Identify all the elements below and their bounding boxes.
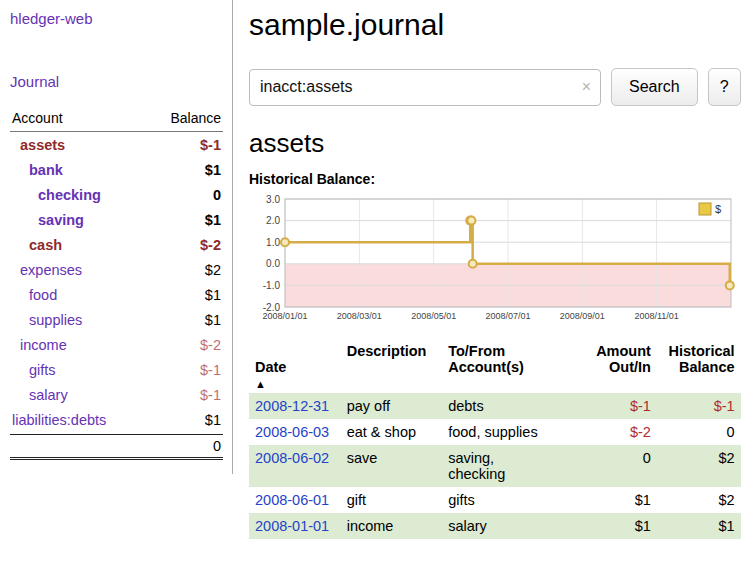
accounts-panel: Account Balance assets $-1 bank $1 check… [10, 106, 223, 460]
table-header-row: Date ▲ Description To/From Account(s) Am… [249, 341, 741, 393]
search-box: × [249, 69, 601, 106]
transaction-description: pay off [341, 393, 442, 419]
help-button[interactable]: ? [708, 68, 741, 106]
account-link-cash[interactable]: cash [12, 237, 62, 253]
account-link-gifts[interactable]: gifts [12, 362, 56, 378]
account-link-saving[interactable]: saving [12, 212, 84, 228]
account-row: saving $1 [10, 207, 223, 232]
transaction-amount: $1 [579, 487, 656, 513]
account-link-salary[interactable]: salary [12, 387, 68, 403]
svg-text:2008/11/01: 2008/11/01 [634, 311, 678, 321]
table-row: 2008-01-01 income salary $1 $1 [249, 513, 741, 539]
account-balance: $-1 [200, 387, 221, 403]
transaction-date-link[interactable]: 2008-06-01 [255, 492, 329, 508]
account-link-expenses[interactable]: expenses [12, 262, 82, 278]
svg-text:-1.0: -1.0 [263, 280, 281, 291]
col-header-balance: Historical Balance [657, 341, 741, 393]
historical-balance-chart[interactable]: 2008/01/012008/03/012008/05/012008/07/01… [249, 193, 741, 327]
svg-text:2008/03/01: 2008/03/01 [337, 311, 382, 321]
svg-text:2008/05/01: 2008/05/01 [411, 311, 456, 321]
transaction-description: save [341, 445, 442, 487]
chart-title: Historical Balance: [249, 171, 741, 187]
account-balance: $2 [205, 262, 221, 278]
transaction-description: eat & shop [341, 419, 442, 445]
svg-text:2008/07/01: 2008/07/01 [485, 311, 530, 321]
transaction-balance: $2 [657, 487, 741, 513]
transactions-table: Date ▲ Description To/From Account(s) Am… [249, 341, 741, 539]
account-balance: $1 [205, 312, 221, 328]
account-balance: $-2 [200, 237, 221, 253]
account-row: cash $-2 [10, 232, 223, 257]
main-content: sample.journal × Search ? assets Histori… [233, 0, 742, 539]
transaction-date-cell: 2008-06-01 [249, 487, 341, 513]
col-header-date-label: Date [255, 359, 286, 375]
account-row: food $1 [10, 282, 223, 307]
account-link-assets[interactable]: assets [12, 137, 65, 153]
account-row: salary $-1 [10, 382, 223, 407]
table-row: 2008-06-02 save saving, checking 0 $2 [249, 445, 741, 487]
svg-text:2.0: 2.0 [266, 215, 280, 226]
transaction-balance: $2 [657, 445, 741, 487]
clear-search-icon[interactable]: × [582, 79, 591, 95]
transaction-amount: $-1 [579, 393, 656, 419]
svg-text:3.0: 3.0 [266, 194, 280, 205]
transaction-accounts: salary [442, 513, 579, 539]
svg-text:1.0: 1.0 [266, 237, 280, 248]
page-title: sample.journal [249, 8, 741, 42]
transaction-balance: $1 [657, 513, 741, 539]
transaction-description: income [341, 513, 442, 539]
transaction-date-cell: 2008-12-31 [249, 393, 341, 419]
transaction-date-link[interactable]: 2008-12-31 [255, 398, 329, 414]
account-balance: 0 [213, 187, 221, 203]
account-row: gifts $-1 [10, 357, 223, 382]
accounts-header: Account Balance [10, 106, 223, 132]
transaction-date-cell: 2008-06-02 [249, 445, 341, 487]
search-button[interactable]: Search [611, 68, 698, 106]
transaction-accounts: saving, checking [442, 445, 579, 487]
account-row: expenses $2 [10, 257, 223, 282]
accounts-header-account: Account [12, 110, 63, 126]
account-link-supplies[interactable]: supplies [12, 312, 82, 328]
search-input[interactable] [249, 69, 601, 106]
transaction-amount: $1 [579, 513, 656, 539]
transaction-date-link[interactable]: 2008-06-03 [255, 424, 329, 440]
svg-text:2008/01/01: 2008/01/01 [262, 311, 307, 321]
search-bar: × Search ? [249, 68, 741, 106]
account-balance: $1 [205, 287, 221, 303]
account-link-bank[interactable]: bank [12, 162, 63, 178]
transaction-balance: 0 [657, 419, 741, 445]
transaction-date-link[interactable]: 2008-01-01 [255, 518, 329, 534]
account-link-checking[interactable]: checking [12, 187, 101, 203]
transaction-date-cell: 2008-01-01 [249, 513, 341, 539]
account-balance: $-1 [200, 362, 221, 378]
transaction-accounts: debts [442, 393, 579, 419]
table-row: 2008-06-01 gift gifts $1 $2 [249, 487, 741, 513]
legend-swatch [699, 203, 711, 215]
col-header-description: Description [341, 341, 442, 393]
transaction-date-cell: 2008-06-03 [249, 419, 341, 445]
nav-journal-link[interactable]: Journal [10, 73, 223, 90]
account-balance: $1 [205, 412, 221, 428]
col-header-accounts: To/From Account(s) [442, 341, 579, 393]
accounts-total-value: 0 [213, 438, 221, 454]
account-row: checking 0 [10, 182, 223, 207]
col-header-amount: Amount Out/In [579, 341, 656, 393]
transaction-amount: 0 [579, 445, 656, 487]
table-row: 2008-06-03 eat & shop food, supplies $-2… [249, 419, 741, 445]
account-link-food[interactable]: food [12, 287, 57, 303]
transaction-date-link[interactable]: 2008-06-02 [255, 450, 329, 466]
transaction-accounts: food, supplies [442, 419, 579, 445]
col-header-date[interactable]: Date ▲ [249, 341, 341, 393]
account-link-income[interactable]: income [12, 337, 67, 353]
accounts-total-row: 0 [10, 434, 223, 460]
account-balance: $1 [205, 162, 221, 178]
transaction-balance: $-1 [657, 393, 741, 419]
transaction-amount: $-2 [579, 419, 656, 445]
transaction-accounts: gifts [442, 487, 579, 513]
table-row: 2008-12-31 pay off debts $-1 $-1 [249, 393, 741, 419]
transaction-description: gift [341, 487, 442, 513]
brand-link[interactable]: hledger-web [10, 10, 223, 27]
account-balance: $-2 [200, 337, 221, 353]
account-heading: assets [249, 128, 741, 159]
account-link-liabilities-debts[interactable]: liabilities:debts [12, 412, 106, 428]
